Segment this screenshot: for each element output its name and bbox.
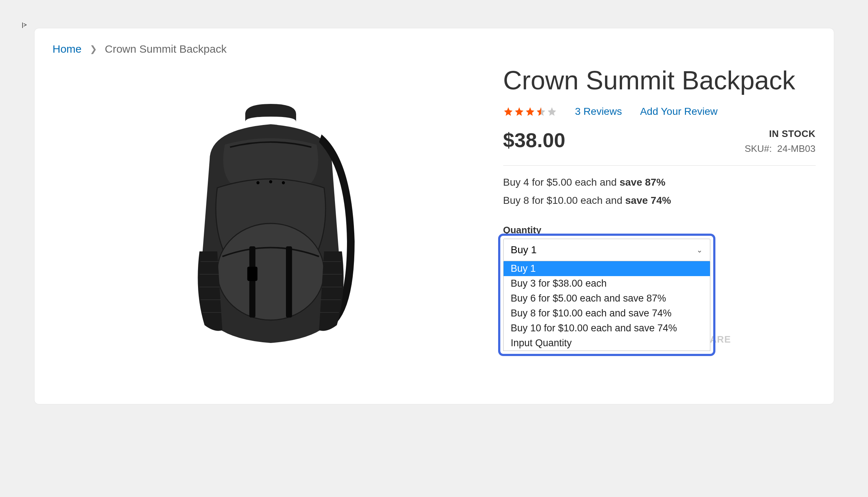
- star-half-icon: [536, 106, 546, 117]
- tier-save: save 87%: [619, 177, 665, 188]
- product-image: [169, 99, 372, 353]
- product-card: Home ❯ Crown Summit Backpack: [35, 28, 834, 404]
- svg-point-16: [282, 181, 284, 184]
- tier-price: Buy 4 for $5.00 each and save 87%: [503, 177, 816, 188]
- product-title: Crown Summit Backpack: [503, 66, 816, 95]
- rating-stars: [503, 106, 557, 117]
- price-row: $38.00 IN STOCK SKU#: 24-MB03: [503, 128, 816, 166]
- quantity-label: Quantity: [503, 225, 816, 236]
- svg-rect-3: [247, 267, 257, 281]
- star-empty-icon: [547, 106, 557, 117]
- svg-rect-1: [249, 246, 255, 318]
- breadcrumb-home-link[interactable]: Home: [53, 43, 82, 55]
- quantity-option[interactable]: Input Quantity: [504, 336, 710, 351]
- quantity-option[interactable]: Buy 6 for $5.00 each and save 87%: [504, 291, 710, 306]
- quantity-option[interactable]: Buy 10 for $10.00 each and save 74%: [504, 321, 710, 336]
- add-review-link[interactable]: Add Your Review: [640, 106, 718, 117]
- quantity-dropdown: Buy 1 Buy 3 for $38.00 each Buy 6 for $5…: [503, 261, 710, 351]
- quantity-select-wrap: Buy 1 ⌄ Buy 1 Buy 3 for $38.00 each Buy …: [503, 239, 710, 261]
- reviews-count-link[interactable]: 3 Reviews: [575, 106, 622, 117]
- tier-price: Buy 8 for $10.00 each and save 74%: [503, 195, 816, 206]
- svg-point-15: [269, 180, 272, 183]
- svg-rect-2: [286, 246, 292, 318]
- review-row: 3 Reviews Add Your Review: [503, 106, 816, 117]
- sku: SKU#: 24-MB03: [744, 143, 815, 154]
- product-info: Crown Summit Backpack 3 Reviews Add Your…: [503, 62, 816, 389]
- quantity-option[interactable]: Buy 1: [504, 261, 710, 276]
- svg-point-14: [256, 181, 259, 184]
- breadcrumb: Home ❯ Crown Summit Backpack: [53, 43, 816, 55]
- stock-status: IN STOCK: [744, 128, 815, 140]
- tier-text: Buy 8 for $10.00 each and: [503, 195, 625, 206]
- quantity-select[interactable]: Buy 1 ⌄: [503, 239, 710, 261]
- quantity-option[interactable]: Buy 8 for $10.00 each and save 74%: [504, 306, 710, 321]
- stock-block: IN STOCK SKU#: 24-MB03: [744, 128, 815, 154]
- star-icon: [503, 106, 513, 117]
- tier-prices: Buy 4 for $5.00 each and save 87% Buy 8 …: [503, 177, 816, 206]
- star-icon: [514, 106, 524, 117]
- sku-value: 24-MB03: [777, 143, 816, 154]
- sku-label: SKU#:: [744, 143, 772, 154]
- product-image-area: [53, 62, 489, 389]
- quantity-selected-value: Buy 1: [511, 244, 537, 256]
- chevron-down-icon: ⌄: [697, 246, 703, 254]
- svg-point-0: [217, 223, 324, 320]
- chevron-right-icon: ❯: [90, 44, 97, 54]
- star-icon: [525, 106, 535, 117]
- product-price: $38.00: [503, 128, 565, 152]
- tier-save: save 74%: [625, 195, 671, 206]
- breadcrumb-current: Crown Summit Backpack: [105, 43, 227, 55]
- content-row: Crown Summit Backpack 3 Reviews Add Your…: [53, 62, 816, 389]
- quantity-option[interactable]: Buy 3 for $38.00 each: [504, 276, 710, 291]
- tier-text: Buy 4 for $5.00 each and: [503, 177, 620, 188]
